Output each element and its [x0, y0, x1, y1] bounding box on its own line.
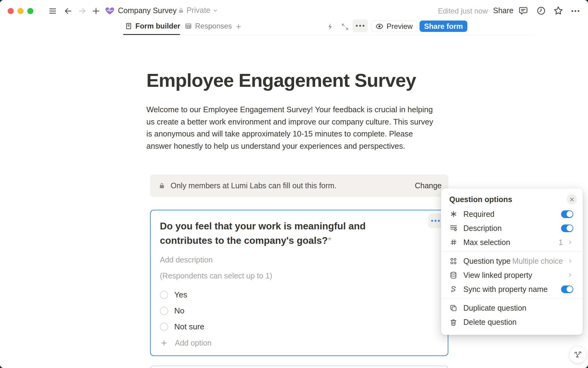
divider — [441, 251, 582, 252]
radio-icon[interactable] — [160, 323, 168, 331]
option-row[interactable]: Yes — [160, 290, 187, 300]
database-icon — [450, 271, 457, 279]
option-label: No — [174, 306, 184, 316]
description-icon — [450, 224, 458, 232]
menu-item-sync-property-name[interactable]: Sync with property name — [444, 282, 579, 296]
access-notice-bar: Only members at Lumi Labs can fill out t… — [150, 174, 448, 197]
ellipsis-icon[interactable] — [570, 7, 581, 15]
radio-icon[interactable] — [160, 307, 168, 315]
traffic-minimize-button[interactable] — [17, 8, 24, 14]
required-mark: * — [328, 235, 331, 246]
table-icon — [185, 22, 192, 30]
traffic-zoom-button[interactable] — [27, 8, 33, 14]
description-toggle[interactable] — [561, 224, 573, 232]
chevron-down-icon — [213, 8, 218, 13]
menu-item-required[interactable]: Required — [444, 207, 579, 221]
add-tab-button[interactable]: + — [236, 21, 241, 32]
page-title[interactable]: Company Survey — [118, 6, 177, 15]
add-option-button[interactable]: Add option — [160, 339, 212, 347]
lock-icon — [158, 182, 165, 190]
notion-ai-face-icon — [573, 350, 583, 360]
privacy-label: Private — [187, 6, 210, 15]
question-title[interactable]: Do you feel that your work is meaningful… — [160, 219, 414, 248]
back-icon[interactable] — [64, 7, 73, 15]
option-label: Yes — [174, 290, 187, 300]
add-option-label: Add option — [175, 339, 212, 347]
asterisk-icon — [450, 210, 457, 218]
option-row[interactable]: No — [160, 306, 184, 316]
share-form-button[interactable]: Share form — [420, 21, 467, 32]
menu-item-delete-question[interactable]: Delete question — [444, 315, 579, 329]
divider — [441, 298, 582, 299]
popup-close-button[interactable] — [567, 194, 577, 205]
chevron-right-icon — [567, 258, 573, 264]
form-doc-icon — [125, 22, 132, 30]
tab-label: Responses — [195, 22, 232, 30]
plus-icon — [160, 339, 168, 347]
sync-property-toggle[interactable] — [561, 286, 573, 293]
question-description-placeholder[interactable]: Add description — [160, 255, 213, 264]
chevron-right-icon — [567, 272, 573, 278]
forward-icon[interactable] — [78, 7, 87, 15]
trash-icon — [450, 318, 457, 326]
comment-icon[interactable] — [518, 6, 528, 16]
lock-icon — [178, 7, 184, 14]
history-icon[interactable] — [536, 6, 546, 16]
share-button[interactable]: Share — [493, 6, 514, 15]
preview-label: Preview — [386, 22, 413, 31]
question-type-icon — [450, 257, 457, 265]
change-access-button[interactable]: Change — [415, 181, 442, 190]
popup-title: Question options — [449, 195, 567, 204]
tab-form-builder[interactable]: Form builder — [125, 22, 180, 30]
option-row[interactable]: Not sure — [160, 322, 204, 332]
sync-icon — [450, 286, 457, 293]
chevron-right-icon — [567, 239, 573, 245]
menu-item-duplicate-question[interactable]: Duplicate question — [444, 301, 579, 315]
form-description[interactable]: Welcome to our Employee Engagement Surve… — [146, 104, 438, 152]
edited-status: Edited just now — [438, 7, 488, 15]
required-toggle[interactable] — [561, 210, 573, 218]
question-options-popup: Question options Required Description Ma… — [441, 188, 583, 335]
traffic-close-button[interactable] — [8, 8, 14, 14]
preview-button[interactable]: Preview — [371, 21, 417, 32]
question-more-button[interactable] — [428, 213, 443, 228]
hash-icon — [450, 239, 457, 246]
menu-item-view-linked-property[interactable]: View linked property — [444, 268, 579, 282]
active-tab-underline — [123, 34, 180, 35]
next-question-card[interactable] — [150, 366, 448, 368]
menu-item-description[interactable]: Description — [444, 221, 579, 235]
tab-responses[interactable]: Responses — [185, 22, 232, 30]
menu-item-question-type[interactable]: Question type Multiple choice — [444, 254, 579, 268]
tabbar-divider — [123, 35, 534, 35]
radio-icon[interactable] — [160, 291, 168, 299]
lightning-icon[interactable] — [326, 22, 334, 31]
selection-hint: (Respondents can select up to 1) — [160, 271, 272, 280]
notion-ai-button[interactable] — [569, 346, 586, 363]
duplicate-icon — [450, 304, 457, 312]
privacy-control[interactable]: Private — [178, 6, 218, 15]
form-title[interactable]: Employee Engagement Survey — [146, 69, 416, 91]
question-card[interactable]: Do you feel that your work is meaningful… — [150, 210, 448, 356]
menu-item-max-selection[interactable]: Max selection 1 — [444, 235, 579, 249]
expand-icon[interactable] — [341, 23, 349, 31]
plus-icon[interactable] — [92, 7, 100, 15]
app-window: Company Survey Private Edited just now S… — [0, 0, 588, 368]
close-icon — [569, 197, 575, 202]
access-notice-text: Only members at Lumi Labs can fill out t… — [171, 181, 409, 190]
more-options-button[interactable] — [352, 19, 368, 32]
heart-pulse-icon[interactable] — [105, 6, 115, 16]
hamburger-icon[interactable] — [48, 7, 57, 15]
star-icon[interactable] — [553, 6, 564, 16]
option-label: Not sure — [174, 322, 204, 332]
tab-label: Form builder — [135, 22, 180, 30]
eye-icon — [375, 22, 383, 30]
